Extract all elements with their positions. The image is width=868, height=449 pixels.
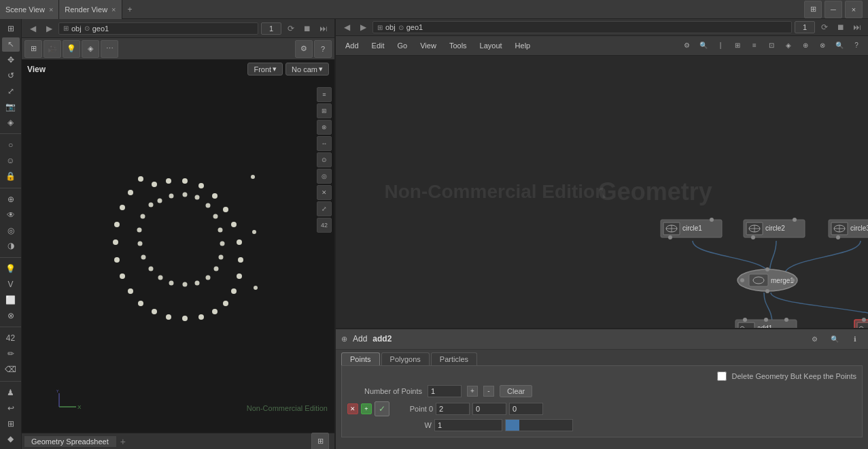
point-x-input[interactable] [436,403,470,415]
right-search-icon[interactable]: 🔍 [696,38,711,53]
tab-scene-view-close[interactable]: × [49,5,53,14]
right-fps-btn[interactable]: ⟳ [818,20,831,34]
menu-edit[interactable]: Edit [366,40,390,51]
frame-counter[interactable]: 1 [261,22,281,35]
tab-render-view-close[interactable]: × [111,5,116,14]
vp-tool-1[interactable]: ≡ [317,87,332,102]
right-nav-back[interactable]: ◀ [340,20,353,34]
menu-tools[interactable]: Tools [444,40,472,51]
vp-tool-5[interactable]: ⊙ [317,152,332,167]
menu-view[interactable]: View [415,40,442,51]
right-list-view-icon[interactable]: ≡ [747,38,762,53]
props-info-icon[interactable]: ℹ [848,331,863,346]
tool-scale[interactable]: ⤢ [2,84,20,99]
add-bottom-tab-btn[interactable]: + [116,436,130,447]
tab-particles[interactable]: Particles [431,352,477,365]
tool-grid[interactable]: ⊞ [2,22,20,36]
tool-vex[interactable]: V [2,278,20,292]
point-check-btn[interactable]: ✓ [375,401,389,416]
tab-polygons[interactable]: Polygons [381,352,430,365]
tool-snap[interactable]: ⊕ [2,192,20,206]
right-zoom-in-icon[interactable]: 🔍 [832,38,847,53]
viewport[interactable]: View Front ▾ No cam ▾ [22,60,334,433]
right-frame-counter[interactable]: 1 [795,21,815,33]
right-extra-icon[interactable]: ⊡ [764,38,779,53]
tool-num[interactable]: 42 [2,331,20,346]
tab-render-view[interactable]: Render View × [59,0,122,19]
network-view[interactable]: Non-Commercial Edition Geometry [336,56,868,328]
right-help-icon[interactable]: ? [849,38,864,53]
step-btn[interactable]: ⏭ [317,22,330,35]
tool-undo[interactable]: ↩ [2,401,20,415]
w-input[interactable] [434,419,502,431]
vp-tool-2[interactable]: ⊞ [317,103,332,118]
num-points-input[interactable]: 1 [428,385,462,397]
right-path-box[interactable]: ⊞ obj ⊙ geo1 [372,21,792,33]
tab-geometry-spreadsheet[interactable]: Geometry Spreadsheet [24,436,116,447]
props-settings-icon[interactable]: ⚙ [807,331,822,346]
minimize-btn[interactable]: ─ [824,1,842,18]
vp-tool-9[interactable]: 42 [317,218,332,233]
tab-add-button[interactable]: + [122,5,138,14]
viewport-cam-btn[interactable]: 🎥 [44,40,61,58]
viewport-help-btn[interactable]: ? [314,40,332,58]
clear-button[interactable]: Clear [500,385,532,397]
left-path-box[interactable]: ⊞ obj ⊙ geo1 [58,22,258,35]
nav-fwd-btn[interactable]: ▶ [42,22,56,35]
tool-pen[interactable]: ✏ [2,347,20,361]
tool-circle[interactable]: ○ [2,138,20,152]
point-y-input[interactable] [472,403,506,415]
right-extra3-icon[interactable]: ⊕ [798,38,813,53]
vp-tool-3[interactable]: ⊗ [317,120,332,135]
maximize-btn[interactable]: ⊞ [804,1,822,18]
tool-bg[interactable]: ⬜ [2,293,20,307]
viewport-render-btn[interactable]: ◈ [82,40,99,58]
menu-go[interactable]: Go [392,40,413,51]
vp-tool-4[interactable]: ↔ [317,136,332,151]
point-delete-btn[interactable]: ✕ [347,403,358,414]
right-settings-icon[interactable]: ⚙ [679,38,694,53]
tool-select[interactable]: ↖ [2,37,20,52]
tool-render[interactable]: ◈ [2,115,20,129]
viewport-settings-btn[interactable]: ⚙ [295,40,313,58]
bottom-layout-btn[interactable]: ⊞ [311,433,329,450]
tool-move[interactable]: ✥ [2,53,20,67]
tab-points[interactable]: Points [341,352,380,365]
play-stop-btn[interactable]: ⏹ [300,22,314,35]
viewport-lights-btn[interactable]: 💡 [63,40,80,58]
w-slider[interactable] [505,419,573,431]
tool-rotate[interactable]: ↺ [2,69,20,83]
menu-help[interactable]: Help [510,40,536,51]
num-points-up[interactable]: + [467,386,478,397]
vp-tool-6[interactable]: ◎ [317,169,332,184]
close-btn[interactable]: × [845,1,863,18]
right-step-btn[interactable]: ⏭ [850,20,864,34]
delete-geo-checkbox[interactable] [717,371,727,381]
tool-extra[interactable]: ⊗ [2,308,20,322]
num-points-down[interactable]: - [483,386,494,397]
props-search-icon[interactable]: 🔍 [827,331,842,346]
tab-scene-view[interactable]: Scene View × [0,0,59,19]
fps-btn[interactable]: ⟳ [284,22,298,35]
right-nav-fwd[interactable]: ▶ [356,20,370,34]
tool-face[interactable]: ☺ [2,154,20,168]
menu-add[interactable]: Add [340,40,364,51]
tool-light[interactable]: 💡 [2,262,20,276]
nav-back-btn[interactable]: ◀ [26,22,39,35]
viewport-grid-btn[interactable]: ⊞ [24,40,42,58]
right-extra2-icon[interactable]: ◈ [781,38,796,53]
tool-lock[interactable]: 🔒 [2,169,20,184]
tool-eraser[interactable]: ⌫ [2,363,20,377]
point-add-btn[interactable]: + [361,403,372,414]
tool-shade[interactable]: ◑ [2,239,20,253]
point-z-input[interactable] [509,403,543,415]
tool-vis[interactable]: 👁 [2,207,20,222]
tool-extra2[interactable]: ◆ [2,432,20,446]
tool-camera[interactable]: 📷 [2,99,20,114]
vp-tool-8[interactable]: ⤢ [317,201,332,216]
tool-pose[interactable]: ♟ [2,385,20,399]
viewport-particles-btn[interactable]: ⋯ [101,40,118,58]
vp-tool-7[interactable]: ✕ [317,185,332,200]
right-play-btn[interactable]: ⏹ [834,20,848,34]
tool-ghost[interactable]: ◎ [2,223,20,237]
